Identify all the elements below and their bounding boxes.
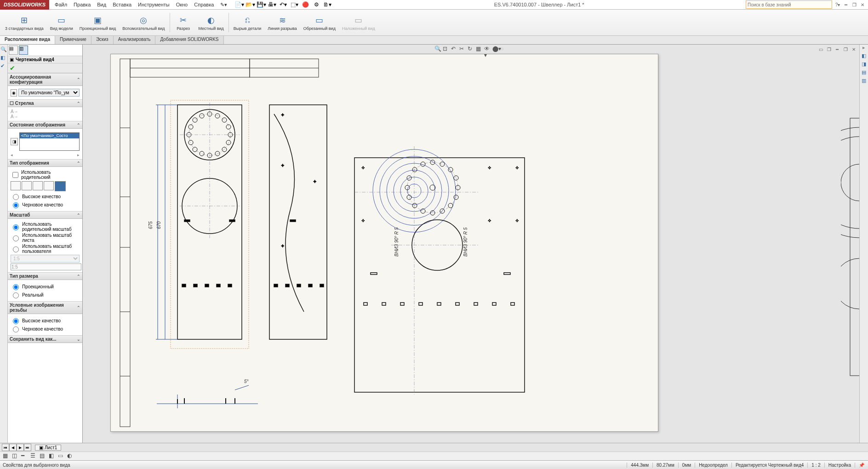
print-icon[interactable]: 🖶▾ [267, 0, 277, 9]
hide-show-icon[interactable]: 👁▾ [484, 46, 491, 53]
menu-edit[interactable]: Правка [70, 1, 94, 8]
quality-draft-radio[interactable]: Черновое качество [11, 201, 80, 208]
open-icon[interactable]: 📂▾ [245, 0, 255, 9]
quality-high-radio[interactable]: Высокое качество [11, 193, 80, 200]
close-icon[interactable]: ✕ [859, 1, 866, 8]
status-config[interactable]: Настройка [824, 463, 855, 468]
bt-3-icon[interactable]: ━ [21, 452, 29, 460]
dim-projection-radio[interactable]: Проекционный [11, 283, 80, 290]
bt-5-icon[interactable]: ▤ [40, 452, 47, 460]
menu-insert[interactable]: Вставка [109, 1, 135, 8]
pm-tab-feature-icon[interactable]: ▤ [9, 46, 18, 55]
section-scale[interactable]: Масштаб⌃ [8, 211, 82, 219]
bt-4-icon[interactable]: ☰ [30, 452, 38, 460]
sheet-tab-1[interactable]: ▣ Лист1 [35, 445, 61, 451]
use-parent-check[interactable]: Использовать родительский [11, 170, 80, 180]
thread-hq-radio[interactable]: Высокое качество [11, 317, 80, 324]
section-dim-type[interactable]: Тип размера⌃ [8, 272, 82, 280]
options-icon[interactable]: ⚙ [311, 0, 321, 9]
check-icon[interactable]: ✔ [0, 63, 7, 69]
ribbon-break-line[interactable]: ≋Линия разрыва [265, 14, 300, 32]
doc-tile-icon[interactable]: ▭ [817, 46, 824, 53]
help-icon[interactable]: ?▾ [834, 1, 841, 8]
new-icon[interactable]: 📄▾ [234, 0, 244, 9]
pm-tab-property-icon[interactable]: ▥ [19, 46, 28, 55]
bt-2-icon[interactable]: ◫ [12, 452, 19, 460]
config-select[interactable]: По умолчанию "По_ум [18, 89, 80, 97]
disp-style-1-icon[interactable] [11, 181, 21, 190]
ribbon-crop-view[interactable]: ▭Обрезанный вид [301, 14, 338, 32]
restore-icon[interactable]: ❐ [851, 1, 858, 8]
status-pin-icon[interactable]: 📌 [855, 463, 868, 468]
scale-user-radio[interactable]: Использовать масштаб пользователя [11, 244, 80, 254]
display-state-item[interactable]: <По умолчанию>_Состо [20, 133, 79, 138]
section-view-icon[interactable]: ✂ [459, 46, 467, 53]
disp-style-5-icon[interactable] [55, 181, 66, 191]
section-thread[interactable]: Условные изображения резьбы⌃ [8, 301, 82, 314]
scale-sheet-radio[interactable]: Использовать масштаб листа [11, 233, 80, 243]
disp-style-2-icon[interactable] [22, 181, 32, 190]
ribbon-model-view[interactable]: ▭Вид модели [47, 14, 76, 32]
doc-close-icon[interactable]: ✕ [850, 46, 857, 53]
thread-draft-radio[interactable]: Черновое качество [11, 325, 80, 332]
doc-max-icon[interactable]: ❐ [842, 46, 849, 53]
scene-icon[interactable]: ○ [501, 46, 508, 53]
section-config[interactable]: Ассоциированная конфигурация⌃ [8, 73, 82, 86]
menu-window[interactable]: Окно [173, 1, 191, 8]
tab-evaluate[interactable]: Анализировать [114, 36, 156, 44]
zoom-fit-icon[interactable]: 🔍 [434, 46, 442, 53]
tree-icon[interactable]: ◧ [0, 55, 7, 61]
menu-more-icon[interactable]: ✎▾ [217, 1, 230, 9]
ribbon-section[interactable]: ✂Разрез [172, 14, 195, 32]
disp-style-3-icon[interactable] [33, 181, 43, 190]
sheet-next-icon[interactable]: ▶ [17, 444, 24, 451]
dim-real-radio[interactable]: Реальный [11, 291, 80, 298]
rebuild-icon[interactable]: 🔴 [300, 0, 310, 9]
right-taskpane[interactable]: ▸ ◧ ◨ ▤ ▥ [859, 45, 868, 443]
ribbon-3-standard-views[interactable]: ⊞3 стандартных вида [2, 14, 46, 32]
menu-view[interactable]: Вид [94, 1, 109, 8]
disp-style-4-icon[interactable] [44, 181, 54, 190]
doc-cascade-icon[interactable]: ❐ [825, 46, 833, 53]
appearance-icon[interactable]: ⬤▾ [492, 46, 500, 53]
ok-icon[interactable]: ✔ [10, 64, 15, 72]
sheet-last-icon[interactable]: ⏭ [24, 444, 31, 451]
tab-sketch[interactable]: Эскиз [91, 36, 114, 44]
menu-help[interactable]: Справка [191, 1, 217, 8]
ribbon-broken-out[interactable]: ⎌Вырыв детали [231, 14, 264, 32]
config-pick-icon[interactable]: ◉ [11, 89, 17, 97]
select-icon[interactable]: ⬚▾ [289, 0, 299, 9]
view-orient-icon[interactable]: ↻ [468, 46, 475, 53]
bt-1-icon[interactable]: ▦ [3, 452, 10, 460]
bt-7-icon[interactable]: ▭ [58, 452, 65, 460]
sheet-prev-icon[interactable]: ◀ [9, 444, 17, 451]
save-icon[interactable]: 💾▾ [256, 0, 266, 9]
menu-tools[interactable]: Инструменты [135, 1, 173, 8]
tab-solidworks-addins[interactable]: Добавления SOLIDWORKS [155, 36, 223, 44]
scale-parent-radio[interactable]: Использовать родительский масштаб [11, 222, 80, 232]
ribbon-projection-view[interactable]: ▣Проекционный вид [77, 14, 119, 32]
display-style-icon[interactable]: ▦ [476, 46, 483, 53]
bt-6-icon[interactable]: ◧ [49, 452, 56, 460]
extra-icon[interactable]: 🗎▾ [322, 0, 332, 9]
section-arrow[interactable]: ☐ Стрелка⌃ [8, 99, 82, 107]
sheet-paper[interactable]: Перв. примен. Справ. № Подп. и дата Инв.… [110, 54, 658, 432]
section-save-view-as[interactable]: Сохранить вид как...⌄ [8, 335, 82, 343]
doc-min-icon[interactable]: ━ [834, 46, 841, 53]
dispstate-icon[interactable]: ◨ [11, 138, 18, 145]
drawing-canvas[interactable]: 🔍 ⊡ ↶ ✂ ↻ ▦ 👁▾ ⬤▾ ○ ▭ ❐ ━ ❐ ✕ [83, 45, 859, 443]
prev-view-icon[interactable]: ↶ [451, 46, 458, 53]
undo-icon[interactable]: ↶▾ [278, 0, 288, 9]
sheet-first-icon[interactable]: ⏮ [2, 444, 9, 451]
search-input[interactable] [746, 0, 832, 9]
section-display-type[interactable]: Тип отображения⌃ [8, 159, 82, 167]
bt-8-icon[interactable]: ◐ [67, 452, 74, 460]
section-display-state[interactable]: Состояние отображения⌃ [8, 121, 82, 129]
menu-file[interactable]: Файл [51, 1, 70, 8]
ribbon-auxiliary-view[interactable]: ◎Вспомогательный вид [120, 14, 167, 32]
filter-icon[interactable]: 🔍 [0, 46, 7, 53]
tab-view-layout[interactable]: Расположение вида [0, 36, 55, 44]
minimize-icon[interactable]: ━ [842, 1, 850, 8]
tab-annotation[interactable]: Примечание [55, 36, 91, 44]
zoom-area-icon[interactable]: ⊡ [443, 46, 450, 53]
